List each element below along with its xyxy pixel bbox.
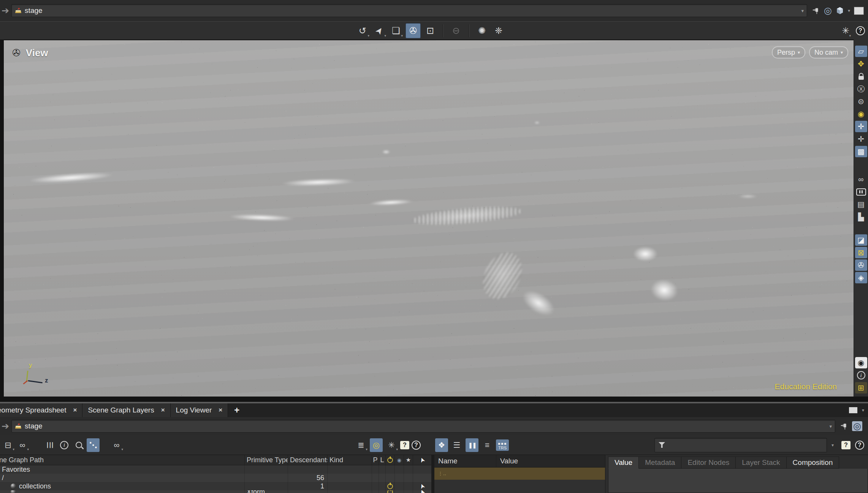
- visibility-eye-icon[interactable]: ◉: [855, 357, 867, 368]
- column-name[interactable]: Name: [434, 457, 496, 465]
- close-icon[interactable]: ×: [161, 406, 165, 414]
- scene-view-canvas[interactable]: ✇ View Persp ▾ No cam ▾ y z E: [4, 40, 854, 397]
- help-icon[interactable]: ?: [412, 441, 421, 450]
- column-p[interactable]: P: [372, 455, 379, 465]
- chevron-down-icon[interactable]: ▾: [862, 408, 864, 413]
- tab-metadata[interactable]: Metadata: [639, 457, 681, 469]
- pin-icon[interactable]: [840, 422, 848, 430]
- material-bucket-icon[interactable]: ◪: [855, 234, 867, 246]
- column-view-button[interactable]: ❚❚: [466, 438, 478, 452]
- column-visible[interactable]: ◉: [394, 455, 404, 465]
- snapshot-icon[interactable]: ▤: [855, 199, 867, 210]
- search-add-button[interactable]: [72, 438, 85, 452]
- reference-plane-icon[interactable]: ▱: [855, 46, 867, 57]
- normal-lighting-icon[interactable]: ⊜: [855, 96, 867, 107]
- stage-path-input[interactable]: stage ▾: [11, 4, 807, 17]
- radar-link-icon[interactable]: ◎: [824, 6, 832, 15]
- tab-composition[interactable]: Composition: [787, 457, 839, 469]
- column-select[interactable]: ➤: [413, 455, 431, 465]
- tab-scene-graph-layers[interactable]: Scene Graph Layers ×: [82, 403, 170, 417]
- select-cell[interactable]: ➤: [413, 482, 431, 490]
- floating-window-icon[interactable]: ⊞: [855, 382, 867, 393]
- settings-button[interactable]: ✳ ▾: [385, 438, 398, 452]
- smooth-shade-icon[interactable]: ∞: [855, 174, 867, 185]
- pane-maximize-icon[interactable]: [849, 407, 857, 413]
- transform-handles-icon[interactable]: ✥: [855, 58, 867, 70]
- tab-log-viewer[interactable]: Log Viewer ×: [171, 403, 228, 417]
- radar-link-icon[interactable]: ◎: [852, 421, 862, 431]
- projection-menu-button[interactable]: Persp ▾: [772, 46, 805, 58]
- select-objects-tool-button[interactable]: ❏ ▾: [389, 24, 403, 38]
- shadow-light-icon[interactable]: ✛: [855, 133, 867, 145]
- display-options-button[interactable]: ❈: [491, 24, 506, 38]
- mask-button[interactable]: ∞ ▾: [16, 438, 29, 452]
- lighting-off-icon[interactable]: ⓧ: [855, 83, 867, 95]
- pane-resize-gutter[interactable]: [0, 397, 868, 403]
- row-view-button[interactable]: ≡: [481, 438, 494, 452]
- stage-path-value[interactable]: stage: [25, 422, 42, 430]
- selected-attribute-row[interactable]: ⋮‥: [434, 468, 605, 480]
- pin-icon[interactable]: [812, 6, 820, 15]
- lock-icon[interactable]: [855, 71, 867, 82]
- info-button[interactable]: i: [58, 438, 71, 452]
- shade-button[interactable]: ∞ ▾: [110, 438, 123, 452]
- trs-columns-button[interactable]: TRS: [496, 439, 509, 451]
- close-icon[interactable]: ×: [219, 406, 222, 414]
- texture-cube-icon[interactable]: ▩: [855, 146, 867, 157]
- column-scene-graph-path[interactable]: Scene Graph Path: [0, 455, 244, 465]
- view-tool-button[interactable]: ↺ ▾: [355, 24, 370, 38]
- column-kind[interactable]: Kind: [327, 455, 372, 465]
- help-bag-icon[interactable]: ?: [841, 441, 851, 449]
- help-icon[interactable]: ?: [856, 26, 865, 35]
- camera-menu-button[interactable]: No cam ▾: [809, 46, 848, 58]
- help-icon[interactable]: ?: [855, 441, 864, 450]
- sliders-button[interactable]: ☰: [43, 438, 56, 452]
- flipbook-tool-button[interactable]: ✺: [475, 24, 489, 38]
- table-row-root[interactable]: / 56: [0, 474, 431, 482]
- table-row-collections[interactable]: collections 1 ➤: [0, 482, 431, 490]
- path-dropdown-icon[interactable]: ▾: [801, 8, 804, 14]
- node-cube-icon[interactable]: [836, 6, 844, 15]
- ghost-visibility-icon[interactable]: ◉: [855, 108, 867, 120]
- table-row-favorites[interactable]: Favorites: [0, 465, 431, 474]
- pane-splitter[interactable]: [431, 455, 434, 493]
- info-icon[interactable]: i: [855, 370, 867, 381]
- tab-editor-nodes[interactable]: Editor Nodes: [681, 457, 736, 469]
- prim-stack-button[interactable]: ⊟ ▾: [2, 438, 14, 452]
- tab-value[interactable]: Value: [608, 457, 639, 469]
- tab-layer-stack[interactable]: Layer Stack: [736, 457, 786, 469]
- stage-path-input[interactable]: stage ▾: [11, 420, 835, 433]
- column-active[interactable]: [385, 455, 394, 465]
- environment-icon[interactable]: ▙: [855, 211, 867, 223]
- camera-icon[interactable]: ✇: [855, 259, 867, 271]
- camera-view-tool-button[interactable]: ✇: [405, 23, 421, 38]
- close-icon[interactable]: ×: [73, 406, 77, 414]
- pane-maximize-icon[interactable]: [854, 7, 864, 15]
- pane-settings-button[interactable]: ✳ ▾: [840, 24, 851, 38]
- path-dropdown-icon[interactable]: ▾: [830, 423, 832, 429]
- layout-diamond-icon[interactable]: ◈: [855, 272, 867, 283]
- help-bag-icon[interactable]: ?: [400, 441, 409, 449]
- list-view-button[interactable]: ☰: [450, 438, 463, 452]
- pause-display-icon[interactable]: [855, 186, 867, 198]
- column-value[interactable]: Value: [496, 455, 605, 467]
- graph-nodes-button[interactable]: ❖: [435, 438, 448, 452]
- go-arrow-icon[interactable]: ➔: [2, 421, 9, 431]
- column-favorite[interactable]: ★: [404, 455, 413, 465]
- column-l[interactable]: L: [379, 455, 385, 465]
- go-arrow-icon[interactable]: ➔: [2, 5, 9, 16]
- frame-view-tool-button[interactable]: ⊡: [423, 24, 437, 38]
- column-primitive-type[interactable]: Primitive Type: [244, 455, 288, 465]
- active-cell[interactable]: [385, 482, 394, 490]
- filter-input[interactable]: [654, 438, 827, 452]
- cube-dropdown-icon[interactable]: ▾: [848, 8, 850, 13]
- lattice-icon[interactable]: ⊠: [855, 247, 867, 258]
- lens-tool-button[interactable]: ⊖: [449, 24, 463, 38]
- headlight-icon[interactable]: ✛: [855, 121, 867, 132]
- link-selection-button[interactable]: ⋱: [87, 438, 100, 452]
- select-tool-button[interactable]: ➤ ▾: [372, 24, 386, 38]
- stage-path-value[interactable]: stage: [25, 6, 42, 15]
- tab-geometry-spreadsheet[interactable]: Geometry Spreadsheet ×: [0, 403, 82, 417]
- filter-dropdown-icon[interactable]: ▾: [832, 442, 834, 448]
- add-tab-button[interactable]: +: [228, 403, 246, 417]
